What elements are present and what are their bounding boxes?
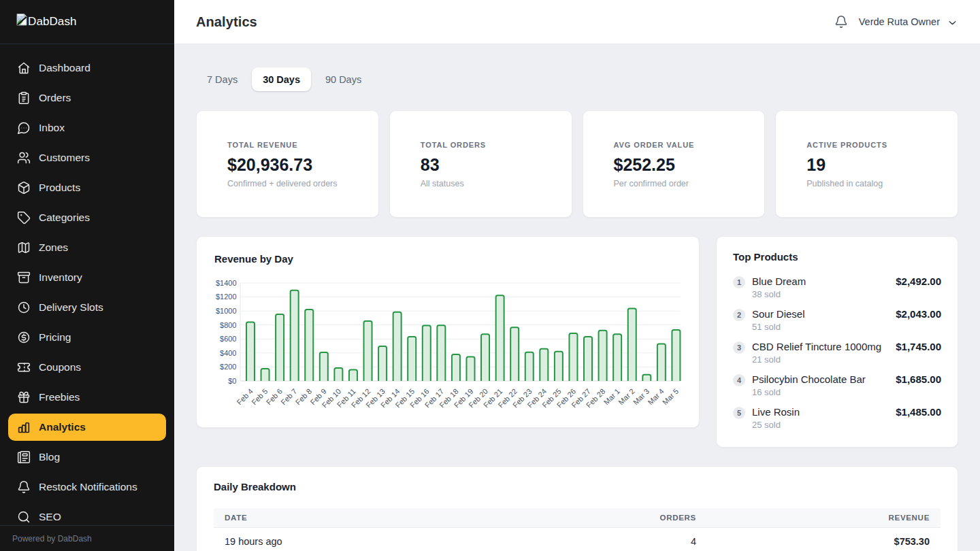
svg-text:Feb 7: Feb 7 xyxy=(279,387,298,406)
svg-text:$1000: $1000 xyxy=(216,307,237,315)
svg-text:$0: $0 xyxy=(228,377,236,385)
svg-text:Mar 1: Mar 1 xyxy=(602,387,621,406)
svg-text:Feb 6: Feb 6 xyxy=(265,387,284,406)
svg-text:Mar 3: Mar 3 xyxy=(632,387,651,406)
svg-text:Feb 5: Feb 5 xyxy=(250,387,269,406)
svg-text:Mar 5: Mar 5 xyxy=(661,387,680,406)
svg-text:$600: $600 xyxy=(220,335,236,343)
svg-text:$1200: $1200 xyxy=(216,293,237,301)
svg-text:Feb 4: Feb 4 xyxy=(235,387,255,406)
svg-text:$200: $200 xyxy=(220,363,236,371)
svg-text:$1400: $1400 xyxy=(216,279,237,287)
svg-text:Mar 2: Mar 2 xyxy=(617,387,636,406)
svg-text:Mar 4: Mar 4 xyxy=(646,387,665,406)
svg-text:$400: $400 xyxy=(220,349,236,357)
svg-text:$800: $800 xyxy=(220,321,236,329)
svg-text:Feb 8: Feb 8 xyxy=(294,387,313,406)
